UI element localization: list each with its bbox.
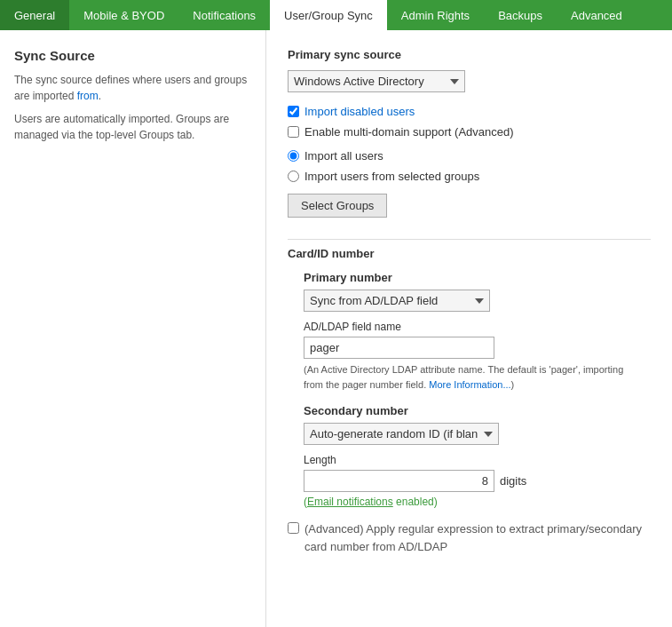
advanced-regex-label[interactable]: (Advanced) Apply regular expression to e… [304,520,651,555]
secondary-number-select[interactable]: Auto-generate random ID (if blank) Sync … [304,423,499,445]
select-groups-button[interactable]: Select Groups [288,194,387,218]
main-content: Primary sync source Windows Active Direc… [266,30,672,627]
sidebar-description1: The sync source defines where users and … [14,72,251,104]
hint-text: (An Active Directory LDAP attribute name… [304,362,641,392]
secondary-number-label: Secondary number [304,404,651,417]
adldap-field-label: AD/LDAP field name [304,321,651,333]
sidebar-description2: Users are automatically imported. Groups… [14,111,251,143]
length-input[interactable] [304,470,494,492]
multi-domain-label[interactable]: Enable multi-domain support (Advanced) [304,125,514,139]
primary-sync-label: Primary sync source [288,48,651,61]
nav-admin-rights[interactable]: Admin Rights [387,0,484,30]
card-id-title: Card/ID number [288,247,651,260]
sidebar-title: Sync Source [14,48,251,63]
multi-domain-checkbox[interactable] [288,126,299,138]
card-id-section: Card/ID number Primary number Sync from … [288,247,651,555]
length-unit: digits [500,474,526,488]
nav-mobile-byod[interactable]: Mobile & BYOD [69,0,178,30]
import-disabled-row: Import disabled users [288,105,651,118]
navigation: General Mobile & BYOD Notifications User… [0,0,672,30]
email-notifications-link[interactable]: Email notifications [307,496,393,508]
nav-advanced[interactable]: Advanced [557,0,636,30]
primary-number-label: Primary number [304,271,651,284]
nav-backups[interactable]: Backups [484,0,557,30]
divider [288,239,651,240]
secondary-number-section: Secondary number Auto-generate random ID… [304,404,651,508]
adldap-field-input[interactable] [304,337,494,359]
length-group: Length digits (Email notifications enabl… [304,454,651,508]
email-note: (Email notifications enabled) [304,496,651,508]
advanced-regex-row: (Advanced) Apply regular expression to e… [288,520,651,555]
sidebar: Sync Source The sync source defines wher… [0,30,266,627]
primary-number-select[interactable]: Sync from AD/LDAP field Auto-generate ra… [304,290,490,312]
import-all-label[interactable]: Import all users [304,149,383,163]
primary-number-section: Primary number Sync from AD/LDAP field A… [304,271,651,392]
import-all-row: Import all users [288,149,651,163]
nav-general[interactable]: General [0,0,69,30]
import-all-radio[interactable] [288,150,299,162]
length-label: Length [304,454,651,466]
more-info-link[interactable]: More Information... [429,379,510,390]
primary-sync-group: Primary sync source Windows Active Direc… [288,48,651,92]
import-selected-label[interactable]: Import users from selected groups [304,170,479,183]
nav-notifications[interactable]: Notifications [178,0,270,30]
adldap-field-group: AD/LDAP field name (An Active Directory … [304,321,651,392]
import-disabled-checkbox[interactable] [288,106,299,117]
multi-domain-row: Enable multi-domain support (Advanced) [288,125,651,139]
length-row: digits [304,470,651,492]
content-area: Sync Source The sync source defines wher… [0,30,672,627]
nav-user-group-sync[interactable]: User/Group Sync [270,0,387,30]
from-link[interactable]: from [77,90,99,102]
import-selected-row: Import users from selected groups [288,170,651,183]
advanced-regex-checkbox[interactable] [288,522,299,534]
import-selected-radio[interactable] [288,171,299,182]
sync-source-select[interactable]: Windows Active Directory OpenLDAP Azure … [288,70,465,92]
import-disabled-label[interactable]: Import disabled users [304,105,415,118]
